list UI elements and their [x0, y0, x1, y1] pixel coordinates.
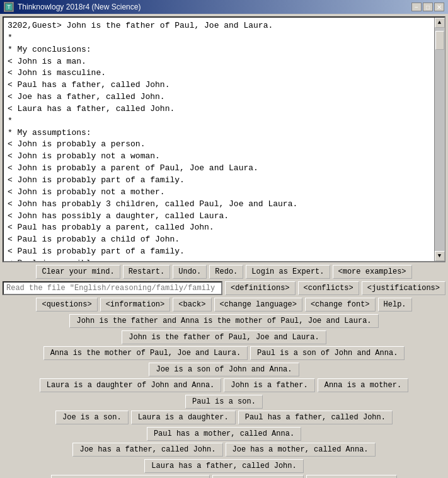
redo-button[interactable]: Redo. [209, 265, 243, 279]
sentence-row-4: Joe is a son. Laura is a daughter. Paul … [3, 411, 445, 441]
change-font-button[interactable]: <change font> [305, 298, 376, 312]
sentence-btn-2-3[interactable]: Joe is a son of John and Anna. [149, 363, 299, 376]
window-title: Thinknowlogy 2018r4 (New Science) [18, 3, 141, 11]
sentence-btn-5-3[interactable]: Laura has a father, called John. [144, 459, 303, 473]
sentence-btn-3-2[interactable]: John is a father. [224, 378, 314, 392]
sentence-btn-2-1[interactable]: Anna is the mother of Paul, Joe and Laur… [43, 346, 248, 360]
sentence-btn-3-3[interactable]: Anna is a mother. [318, 378, 408, 392]
restart-button[interactable]: Restart. [123, 265, 171, 279]
input-row: <definitions> <conflicts> <justification… [3, 281, 445, 295]
sentence-btn-3-1[interactable]: Laura is a daughter of John and Anna. [40, 378, 221, 392]
sentence-row-3: Laura is a daughter of John and Anna. Jo… [3, 378, 445, 409]
scrollbar: ▲ ▼ [434, 18, 444, 261]
sentence-btn-5-2[interactable]: Joe has a mother, called Anna. [226, 443, 376, 457]
sentence-btn-2-2[interactable]: Paul is a son of John and Anna. [250, 346, 405, 360]
sentence-btn-6-1[interactable]: Laura has a mother, called Anna. [51, 475, 210, 478]
clear-button[interactable]: Clear your mind. [36, 265, 120, 279]
questions-button[interactable]: <questions> [36, 298, 97, 312]
sentence-btn-1-1[interactable]: John is the father and Anna is the mothe… [69, 314, 378, 328]
sentence-row-2: Anna is the mother of Paul, Joe and Laur… [3, 346, 445, 376]
output-text[interactable]: 3202,Guest> John is the father of Paul, … [4, 18, 434, 261]
sentence-row-5: Joe has a father, called John. Joe has a… [3, 443, 445, 473]
login-expert-button[interactable]: Login as Expert. [246, 265, 330, 279]
more-examples-button[interactable]: <more examples> [333, 265, 412, 279]
sentence-btn-4-2[interactable]: Laura is a daughter. [131, 411, 236, 424]
undo-button[interactable]: Undo. [173, 265, 207, 279]
command-input[interactable] [3, 281, 222, 295]
sentence-grid: John is the father and Anna is the mothe… [3, 314, 445, 478]
back-button[interactable]: <back> [173, 298, 211, 312]
scroll-track[interactable] [435, 28, 445, 251]
sentence-btn-3-4[interactable]: Paul is a son. [185, 395, 263, 409]
scroll-down-button[interactable]: ▼ [435, 251, 445, 261]
minimize-button[interactable]: − [411, 3, 422, 11]
app-icon: T [4, 2, 14, 12]
main-window: 3202,Guest> John is the father of Paul, … [0, 14, 448, 478]
help-button[interactable]: Help. [378, 298, 412, 312]
sentence-btn-5-1[interactable]: Joe has a father, called John. [72, 443, 222, 457]
scroll-thumb[interactable] [435, 31, 444, 50]
output-area: 3202,Guest> John is the father of Paul, … [3, 16, 445, 262]
title-bar-left: T Thinknowlogy 2018r4 (New Science) [4, 2, 141, 12]
close-button[interactable]: ✕ [434, 3, 444, 11]
sentence-btn-6-2[interactable]: John is a parent. [212, 475, 303, 478]
maximize-button[interactable]: □ [423, 3, 433, 11]
toolbar-row: Clear your mind. Restart. Undo. Redo. Lo… [3, 265, 445, 279]
conflicts-button[interactable]: <conflicts> [298, 281, 359, 295]
sentence-btn-4-1[interactable]: Joe is a son. [55, 411, 129, 424]
sentence-btn-4-3[interactable]: Paul has a father, called John. [238, 411, 393, 424]
svg-text:T: T [7, 4, 11, 10]
sentence-btn-1-2[interactable]: John is the father of Paul, Joe and Laur… [122, 330, 326, 344]
sentence-row-1: John is the father and Anna is the mothe… [3, 314, 445, 344]
change-language-button[interactable]: <change language> [214, 298, 302, 312]
nav-row: <questions> <information> <back> <change… [3, 298, 445, 312]
window-controls: − □ ✕ [411, 3, 444, 11]
sentence-btn-4-4[interactable]: Paul has a mother, called Anna. [147, 427, 301, 441]
scroll-up-button[interactable]: ▲ [435, 18, 445, 28]
sentence-row-6: Laura has a mother, called Anna. John is… [3, 475, 445, 478]
title-bar: T Thinknowlogy 2018r4 (New Science) − □ … [0, 0, 448, 14]
justifications-button[interactable]: <justifications> [362, 281, 445, 295]
information-button[interactable]: <information> [100, 298, 171, 312]
definitions-button[interactable]: <definitions> [225, 281, 296, 295]
sentence-btn-6-3[interactable]: Anna is a parent. [306, 475, 397, 478]
